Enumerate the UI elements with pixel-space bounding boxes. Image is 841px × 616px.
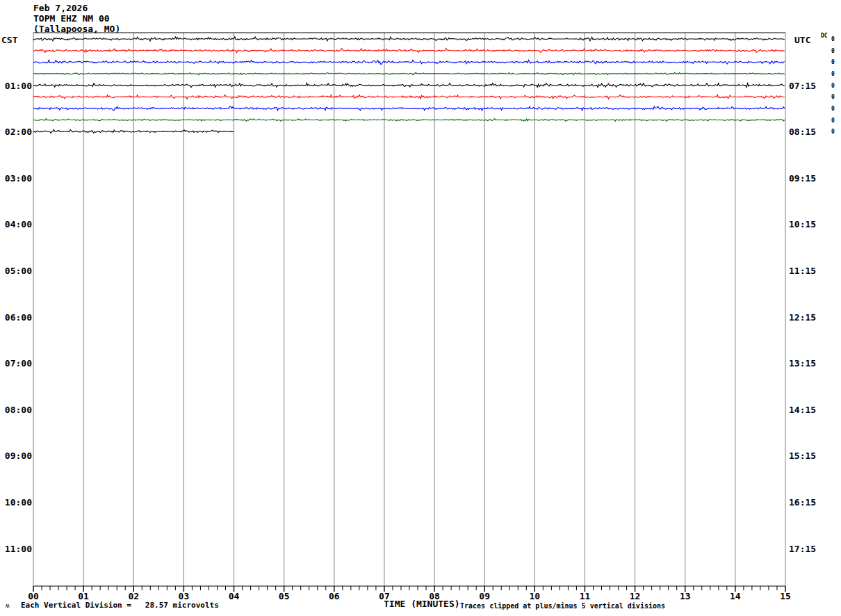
minute-label: 05 xyxy=(272,591,296,601)
seismogram-trace xyxy=(33,37,785,41)
minute-label: 03 xyxy=(172,591,195,601)
minute-label: 02 xyxy=(122,591,145,601)
seismogram-trace xyxy=(33,72,785,75)
clip-note: Traces clipped at plus/minus 5 vertical … xyxy=(460,602,665,610)
minute-label: 01 xyxy=(72,591,95,601)
seismogram-trace xyxy=(33,106,785,111)
seismogram-trace xyxy=(33,95,785,99)
minute-label: 15 xyxy=(774,591,797,601)
minute-label: 04 xyxy=(222,591,246,601)
minute-label: 09 xyxy=(473,591,496,601)
scale-note: Each Vertical Division = 28.57 microvolt… xyxy=(21,601,219,610)
seismogram-trace xyxy=(33,60,785,64)
logo-mark-icon: ʍ xyxy=(6,602,9,609)
minute-label: 14 xyxy=(724,591,747,601)
minute-label: 13 xyxy=(673,591,697,601)
minute-label: 06 xyxy=(322,591,346,601)
minute-label: 12 xyxy=(623,591,647,601)
seismogram-trace xyxy=(33,83,785,88)
seismogram-plot xyxy=(0,0,841,616)
helicorder-page: Feb 7,2026 TOPM EHZ NM 00 (Tallapoosa, M… xyxy=(0,0,841,616)
minute-label: 00 xyxy=(22,591,45,601)
minute-label: 10 xyxy=(523,591,546,601)
minute-label: 11 xyxy=(573,591,596,601)
x-axis-title: TIME (MINUTES) xyxy=(384,599,460,609)
seismogram-trace xyxy=(33,119,785,122)
seismogram-trace xyxy=(33,49,785,53)
